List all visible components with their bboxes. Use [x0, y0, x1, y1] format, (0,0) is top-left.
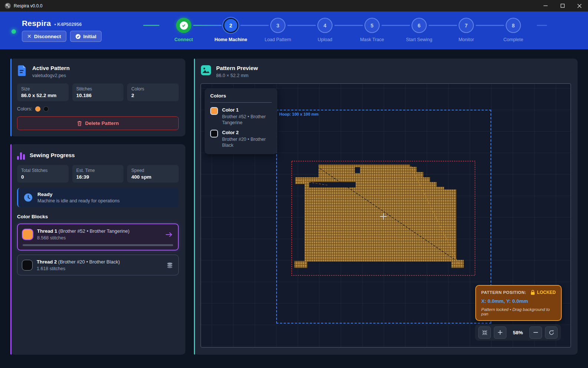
card-title: Active Pattern: [32, 65, 70, 71]
card-accent-blue: [10, 59, 11, 136]
status-title: Ready: [37, 192, 120, 197]
layers-icon: [166, 262, 174, 269]
zoom-level: 58%: [509, 330, 526, 335]
stat-size: Size 86.0 x 52.2 mm: [17, 83, 69, 101]
check-circle-icon: [75, 34, 81, 39]
connection-status-dot: [11, 29, 16, 34]
legend-item-color2: Color 2 Brother #20 • Brother Black: [210, 130, 272, 148]
minus-icon: [533, 330, 538, 335]
thread-2-swatch: [22, 260, 32, 270]
locked-badge: LOCKED: [537, 290, 556, 295]
delete-pattern-button[interactable]: Delete Pattern: [17, 116, 179, 130]
colors-legend: Colors Color 1 Brother #52 • Brother Tan…: [205, 88, 277, 154]
step-home-machine-circle: 2: [223, 18, 238, 33]
document-icon: [17, 65, 27, 76]
stat-colors: Colors 2: [127, 83, 179, 101]
legend-swatch-black: [210, 130, 218, 137]
thread-1-stitches: 8.568 stitches: [37, 235, 161, 241]
stepper-trail-line: [537, 25, 547, 26]
close-button[interactable]: [571, 0, 588, 11]
stitch-fill-region: [294, 165, 464, 268]
x-icon: ✕: [27, 33, 32, 39]
app-icon: [5, 3, 11, 9]
position-caption: PATTERN POSITION:: [481, 290, 526, 295]
app-header: Respira • K4P502956 ✕ Disconnect Initial…: [0, 11, 588, 49]
stat-est-time: Est. Time 16:39: [72, 165, 124, 183]
lock-icon: [531, 290, 535, 295]
legend-item-color1: Color 1 Brother #52 • Brother Tangerine: [210, 107, 272, 126]
machine-status-banner: Ready Machine is idle and ready for oper…: [17, 188, 179, 207]
workflow-stepper: Connect 2 Home Machine 3 Load Pattern 4 …: [160, 18, 537, 42]
step-home-machine[interactable]: 2 Home Machine: [207, 18, 254, 42]
titlebar: Respira v0.0.0: [0, 0, 588, 11]
colors-label: Colors:: [17, 106, 32, 112]
initial-button[interactable]: Initial: [70, 31, 102, 42]
card-accent-teal: [194, 59, 195, 355]
position-coordinates: X: 0.0mm, Y: 0.0mm: [481, 298, 556, 304]
check-icon: [181, 23, 186, 28]
arrow-right-icon: [165, 232, 173, 238]
pattern-position-overlay: PATTERN POSITION: LOCKED X: 0.0mm, Y: 0.…: [475, 285, 562, 321]
thread-2-stitches: 1.618 stitches: [37, 266, 162, 271]
trash-icon: [77, 121, 82, 126]
zoom-in-button[interactable]: [494, 326, 506, 339]
thread-1-detail: (Brother #52 • Brother Tangerine): [59, 228, 129, 234]
minimize-button[interactable]: [537, 0, 554, 11]
sewing-progress-card: Sewing Progress Total Stitches 0 Est. Ti…: [10, 144, 185, 355]
stat-speed: Speed 400 spm: [127, 165, 179, 183]
color-blocks-label: Color Blocks: [17, 214, 179, 219]
step-monitor[interactable]: 7 Monitor: [443, 18, 490, 42]
zoom-out-button[interactable]: [529, 326, 542, 339]
status-description: Machine is idle and ready for operations: [37, 198, 120, 203]
refresh-icon: [549, 330, 554, 335]
image-icon: [201, 65, 211, 76]
step-load-pattern[interactable]: 3 Load Pattern: [254, 18, 301, 42]
thread-1-name: Thread 1: [37, 228, 57, 234]
card-title: Sewing Progress: [30, 152, 75, 158]
machine-serial: • K4P502956: [54, 22, 82, 27]
thread-2-name: Thread 2: [37, 259, 57, 265]
preview-canvas[interactable]: Colors Color 1 Brother #52 • Brother Tan…: [201, 83, 571, 348]
color-swatch-tangerine: [35, 106, 40, 112]
window-title: Respira v0.0.0: [14, 3, 42, 9]
stat-stitches: Stitches 10.186: [72, 83, 124, 101]
step-connect-circle: [176, 18, 191, 33]
pattern-preview-card: Pattern Preview 86.0 × 52.2 mm Colors Co…: [194, 59, 578, 355]
card-accent-purple: [10, 144, 11, 355]
step-mask-trace[interactable]: 5 Mask Trace: [348, 18, 396, 42]
bar-chart-icon: [17, 152, 25, 160]
card-title: Pattern Preview: [216, 65, 258, 71]
position-hint: Pattern locked • Drag background to pan: [481, 307, 556, 316]
clock-icon: [23, 193, 33, 202]
step-connect[interactable]: Connect: [160, 18, 207, 42]
color-swatch-black: [43, 106, 49, 112]
fit-to-screen-button[interactable]: [478, 326, 491, 339]
embroidery-pattern[interactable]: [291, 161, 477, 278]
step-upload[interactable]: 4 Upload: [301, 18, 348, 42]
zoom-controls: 58%: [475, 324, 561, 341]
pattern-dimensions: 86.0 × 52.2 mm: [216, 73, 258, 78]
pattern-filename: valetudogv2.pes: [32, 73, 70, 78]
thread-1-swatch: [23, 229, 33, 239]
thread-1-row[interactable]: Thread 1 (Brother #52 • Brother Tangerin…: [17, 223, 179, 251]
stat-total-stitches: Total Stitches 0: [17, 165, 69, 183]
step-start-sewing[interactable]: 6 Start Sewing: [396, 18, 443, 42]
legend-title: Colors: [210, 93, 272, 99]
thread-1-progress-track: [23, 244, 173, 246]
stepper-lead-line: [143, 25, 159, 26]
thread-2-detail: (Brother #20 • Brother Black): [58, 259, 120, 265]
plus-icon: [498, 330, 503, 335]
step-complete[interactable]: 8 Complete: [490, 18, 537, 42]
fit-icon: [482, 330, 488, 335]
app-name: Respira: [22, 19, 51, 28]
thread-2-row[interactable]: Thread 2 (Brother #20 • Brother Black) 1…: [17, 255, 179, 275]
disconnect-button[interactable]: ✕ Disconnect: [22, 31, 66, 42]
hoop-label: Hoop: 100 x 100 mm: [279, 112, 318, 116]
legend-swatch-tangerine: [210, 107, 218, 115]
maximize-button[interactable]: [554, 0, 571, 11]
active-pattern-card: Active Pattern valetudogv2.pes Size 86.0…: [10, 59, 185, 136]
reset-view-button[interactable]: [545, 326, 558, 339]
